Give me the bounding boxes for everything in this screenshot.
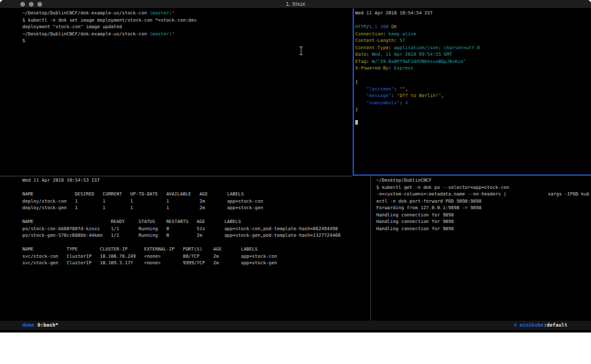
terminal-line: ETag: W/"39-0xBPf9aF1dXVNkhsxoBQgJ8vKzo" [355,58,591,66]
terminal-line: "message": "Off to Berlin!", [355,92,591,100]
terminal-line: ~/Desktop/DublinCNCF/dok-example-us/stoc… [22,31,353,38]
kube-namespace: :default [544,322,567,328]
terminal-line: $ [22,37,353,45]
terminal-line: "lastseen": "", [355,86,591,93]
terminal-line [355,120,591,127]
terminal-line [22,184,370,192]
terminal-line: NAME TYPE CLUSTER-IP EXTERNAL-IP PORT(S)… [22,246,370,253]
pane-port-forward[interactable]: ~/Desktop/DublinCNCF$ kubectl get -n dok… [372,176,591,321]
terminal-line: X-Powered-By: Express [355,65,591,72]
terminal-line: Wed 11 Apr 2018 10:54:53 IST [22,177,370,184]
terminal-line [355,17,591,24]
terminal-line: { [355,79,591,86]
terminal-line: $ kubectl get -n dok po --selector=app=s… [376,184,591,192]
terminal-line: svc/stock-con ClusterIP 10.106.78.249 <n… [22,253,370,260]
terminal-line: Wed 11 Apr 2018 10:54:54 IST [355,10,591,17]
pane-border-vertical-top[interactable] [353,9,354,176]
pane-border-horizontal[interactable] [0,176,353,176]
terminal-line: deploy/stock-gen 1 1 1 1 2m app=stock-ge… [22,205,370,212]
terminal-line: deploy/stock-con 1 1 1 1 2m app=stock-co… [22,198,370,205]
terminal-line [355,72,591,79]
pane-border-vertical-bottom[interactable] [370,176,371,321]
terminal-line: HTTP/1.1 200 OK [355,24,591,31]
tmux-status-bar: demo0:bash* ☸ minikube:default [0,321,591,330]
terminal-line: NAME READY STATUS RESTARTS AGE LABELS [22,218,370,226]
terminal-line: Connection: keep-alive [355,31,591,38]
terminal-line: Handling connection for 9898 [376,218,591,226]
terminal-line: Handling connection for 9898 [376,226,591,233]
terminal-line: po/stock-con-bb68f88fd-kzsxz 1/1 Running… [22,226,370,233]
terminal-line: ~/Desktop/DublinCNCF [376,177,591,184]
pane-shell-kubectl-set-image[interactable]: ~/Desktop/DublinCNCF/dok-example-us/stoc… [0,9,353,174]
kube-context: minikube [520,322,544,328]
terminal-line: "numsymbols": 4 [355,100,591,107]
pane-kubectl-get-tables[interactable]: Wed 11 Apr 2018 10:54:53 ISTNAME DESIRED… [0,176,370,321]
terminal-line: } [355,106,591,113]
terminal-cursor [355,120,358,125]
terminal-line: Forwarding from 127.0.0.1:9898 -> 9898 [376,205,591,212]
terminal-line: svc/stock-gen ClusterIP 10.109.3.177 <no… [22,260,370,267]
terminal-line: ~/Desktop/DublinCNCF/dok-example-us/stoc… [22,10,353,17]
terminal-line: Content-Length: 57 [355,37,591,45]
terminal-line: NAME DESIRED CURRENT UP-TO-DATE AVAILABL… [22,191,370,198]
mouse-ibeam-cursor [299,47,303,55]
tmux-window-tab[interactable]: 0:bash* [37,322,58,328]
terminal-window: 1. tmux ~/Desktop/DublinCNCF/dok-example… [0,0,591,333]
terminal-line [355,113,591,121]
pane-border-horizontal-active[interactable] [353,174,591,176]
terminal-line: deployment "stock-con" image updated [22,24,353,31]
terminal-line: Handling connection for 9898 [376,212,591,219]
window-titlebar: 1. tmux [0,0,591,9]
terminal-line: $ kubectl -n dok set image deployment/st… [22,17,353,24]
terminal-line: po/stock-gen-576cc688bb-44kmn 1/1 Runnin… [22,232,370,239]
kubernetes-icon: ☸ [514,322,517,328]
window-title: 1. tmux [0,1,591,7]
terminal-line: -o=custom-columns=:metadata.name --no-he… [376,191,591,198]
tmux-session-name: demo [22,322,34,328]
pane-http-response[interactable]: Wed 11 Apr 2018 10:54:54 ISTHTTP/1.1 200… [354,9,591,174]
terminal-line: ectl -n dok port-forward POD 9898:9898 [376,198,591,205]
terminal-line [22,239,370,247]
terminal-line [22,212,370,219]
terminal-line: Date: Wed, 11 Apr 2018 09:54:55 GMT [355,51,591,58]
terminal-line: Content-Type: application/json; charset=… [355,45,591,52]
